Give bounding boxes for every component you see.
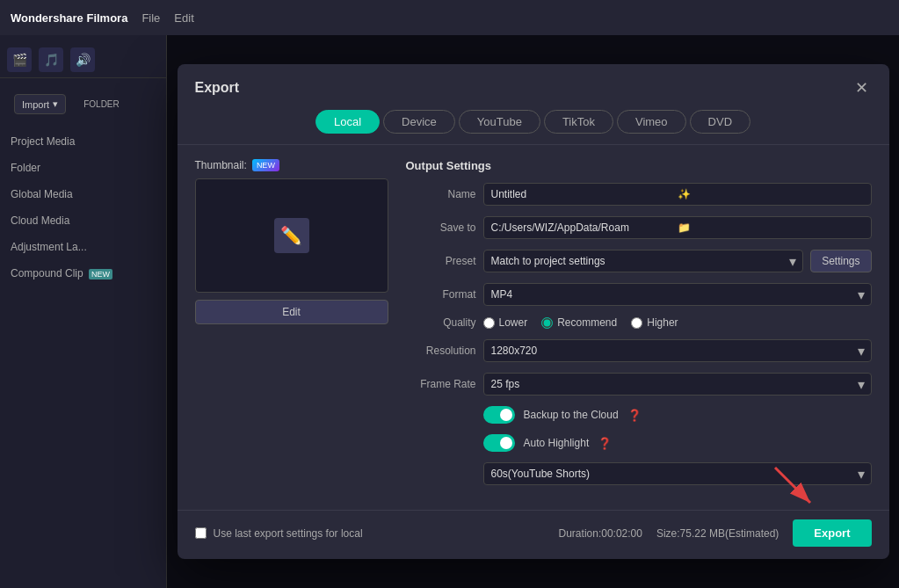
auto-highlight-toggle-slider (483, 434, 515, 452)
quality-row: Quality Lower Recommend (406, 316, 872, 329)
sidebar-item-label: Adjustment La... (11, 241, 87, 253)
auto-highlight-toggle[interactable] (483, 434, 515, 452)
last-settings-label: Use last export settings for local (214, 527, 363, 540)
sidebar-item-folder[interactable]: Folder (0, 155, 166, 181)
frame-rate-label: Frame Rate (406, 378, 476, 390)
backup-cloud-row: Backup to the Cloud ❓ (406, 406, 872, 424)
dialog-title: Export (195, 80, 240, 96)
pencil-icon: ✏️ (274, 218, 309, 253)
sidebar-item-label: Global Media (11, 188, 73, 200)
last-settings-checkbox[interactable] (195, 527, 207, 539)
export-button[interactable]: Export (793, 519, 871, 547)
tab-dvd[interactable]: DVD (690, 110, 750, 134)
dialog-body: Thumbnail: NEW ✏️ Edit Output Settings (178, 145, 889, 510)
tab-vimeo[interactable]: Vimeo (617, 110, 686, 134)
sidebar-item-compound-clip[interactable]: Compound Clip NEW (0, 260, 166, 287)
quality-lower[interactable]: Lower (483, 316, 528, 329)
sidebar-item-project-media[interactable]: Project Media (0, 128, 166, 155)
settings-panel: Output Settings Name Untitled ✨ (406, 159, 872, 496)
save-to-label: Save to (406, 221, 476, 234)
sidebar-item-label: Cloud Media (11, 214, 69, 227)
save-to-row: Save to C:/Users/WIZ/AppData/Roam 📁 (406, 216, 872, 239)
output-settings-title: Output Settings (406, 159, 872, 172)
app-main: 🎬 🎵 🔊 Import ▾ FOLDER Project Media Fold… (0, 35, 899, 588)
sidebar: 🎬 🎵 🔊 Import ▾ FOLDER Project Media Fold… (0, 35, 167, 588)
ai-icon[interactable]: ✨ (678, 188, 864, 200)
auto-highlight-row: Auto Highlight ❓ (406, 434, 872, 452)
auto-highlight-help-icon[interactable]: ❓ (598, 437, 612, 450)
auto-highlight-select[interactable]: 60s(YouTube Shorts) 30s (483, 462, 872, 485)
frame-rate-select-wrapper[interactable]: 25 fps 30 fps 60 fps (483, 373, 872, 396)
size-label: Size:75.22 MB(Estimated) (656, 527, 779, 540)
resolution-select[interactable]: 1280x720 1920x1080 (483, 339, 872, 362)
dialog-tabs: Local Device YouTube TikTok Vimeo DVD (178, 99, 889, 145)
media-icon[interactable]: 🎬 (7, 47, 32, 72)
quality-recommend[interactable]: Recommend (541, 316, 617, 329)
resolution-select-wrapper[interactable]: 1280x720 1920x1080 (483, 339, 872, 362)
sidebar-item-adjustment[interactable]: Adjustment La... (0, 234, 166, 260)
folder-label: FOLDER (76, 96, 127, 113)
resolution-label: Resolution (406, 345, 476, 357)
thumbnail-label: Thumbnail: NEW (195, 159, 388, 171)
app-background: Wondershare Filmora File Edit 🎬 🎵 🔊 Impo… (0, 0, 899, 588)
sidebar-item-global-media[interactable]: Global Media (0, 181, 166, 207)
quality-recommend-radio[interactable] (541, 317, 553, 329)
dialog-header: Export ✕ (178, 64, 889, 99)
format-select-wrapper[interactable]: MP4 MOV AVI (483, 283, 872, 306)
sidebar-item-cloud-media[interactable]: Cloud Media (0, 207, 166, 234)
preset-select-wrapper[interactable]: Match to project settings (483, 250, 804, 272)
quality-lower-radio[interactable] (483, 317, 495, 329)
tab-local[interactable]: Local (315, 110, 380, 134)
save-to-value: C:/Users/WIZ/AppData/Roam (491, 221, 678, 234)
preset-row: Preset Match to project settings Setting… (406, 250, 872, 272)
sidebar-item-label: Folder (11, 162, 40, 174)
resolution-row: Resolution 1280x720 1920x1080 (406, 339, 872, 362)
thumbnail-box: ✏️ (195, 178, 388, 293)
name-label: Name (406, 188, 476, 200)
app-titlebar: Wondershare Filmora File Edit (0, 0, 899, 35)
quality-recommend-label: Recommend (557, 316, 617, 329)
export-dialog: Export ✕ Local Device YouTube TikTok Vim… (178, 64, 889, 559)
folder-browse-icon[interactable]: 📁 (678, 221, 864, 234)
edit-thumbnail-button[interactable]: Edit (195, 300, 388, 324)
app-logo: Wondershare Filmora (11, 11, 127, 25)
modal-overlay: Export ✕ Local Device YouTube TikTok Vim… (167, 35, 899, 588)
backup-toggle[interactable] (483, 406, 515, 424)
dialog-footer: Use last export settings for local Durat… (178, 510, 889, 559)
quality-higher-label: Higher (647, 316, 678, 329)
format-select[interactable]: MP4 MOV AVI (483, 283, 872, 306)
format-label: Format (406, 288, 476, 301)
settings-button[interactable]: Settings (810, 250, 871, 272)
frame-rate-select[interactable]: 25 fps 30 fps 60 fps (483, 373, 872, 396)
auto-highlight-select-row: 60s(YouTube Shorts) 30s (406, 462, 872, 485)
quality-label: Quality (406, 316, 476, 329)
thumbnail-panel: Thumbnail: NEW ✏️ Edit (195, 159, 388, 496)
import-label: Import (22, 99, 49, 110)
content-area: Export ✕ Local Device YouTube TikTok Vim… (167, 35, 899, 588)
footer-left: Use last export settings for local (195, 527, 363, 540)
format-row: Format MP4 MOV AVI (406, 283, 872, 306)
import-chevron-icon: ▾ (53, 98, 58, 110)
auto-highlight-select-wrapper[interactable]: 60s(YouTube Shorts) 30s (483, 462, 872, 485)
audio-icon[interactable]: 🔊 (70, 47, 95, 72)
name-input-wrapper[interactable]: Untitled ✨ (483, 183, 872, 206)
quality-radio-group: Lower Recommend Higher (483, 316, 872, 329)
tab-device[interactable]: Device (383, 110, 455, 134)
preset-label: Preset (406, 255, 476, 267)
name-value: Untitled (491, 188, 678, 200)
save-to-input-wrapper[interactable]: C:/Users/WIZ/AppData/Roam 📁 (483, 216, 872, 239)
quality-higher-radio[interactable] (631, 317, 642, 329)
preset-select[interactable]: Match to project settings (483, 250, 804, 272)
menu-file[interactable]: File (141, 11, 160, 25)
tab-tiktok[interactable]: TikTok (544, 110, 613, 134)
tab-youtube[interactable]: YouTube (459, 110, 540, 134)
new-badge: NEW (252, 159, 279, 171)
stock-media-icon[interactable]: 🎵 (39, 47, 63, 72)
close-button[interactable]: ✕ (852, 76, 872, 99)
backup-help-icon[interactable]: ❓ (627, 409, 642, 422)
import-button[interactable]: Import ▾ (14, 94, 66, 114)
footer-right: Duration:00:02:00 Size:75.22 MB(Estimate… (559, 519, 872, 547)
quality-higher[interactable]: Higher (631, 316, 678, 329)
menu-edit[interactable]: Edit (174, 11, 193, 25)
name-row: Name Untitled ✨ (406, 183, 872, 206)
